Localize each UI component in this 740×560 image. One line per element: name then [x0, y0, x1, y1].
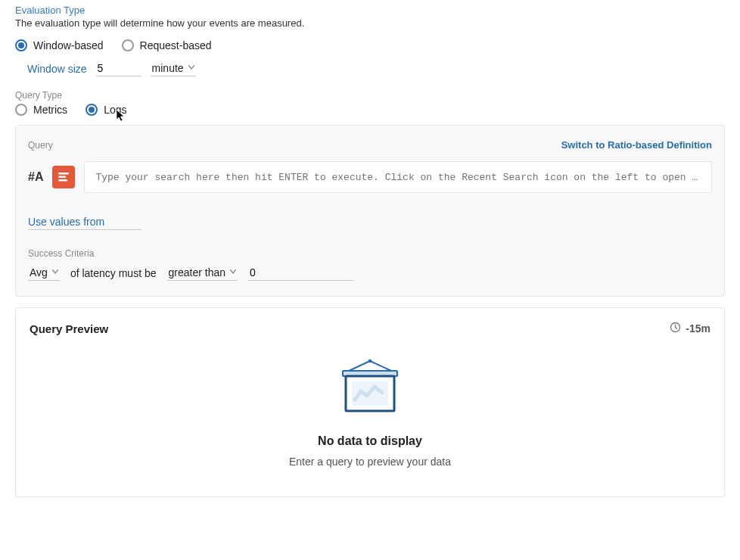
svg-rect-2	[58, 179, 67, 182]
time-range-selector[interactable]: -15m	[670, 322, 710, 335]
query-type-label: Query Type	[15, 90, 725, 101]
radio-label: Window-based	[33, 39, 104, 51]
svg-line-6	[370, 361, 391, 371]
recent-search-icon[interactable]	[52, 166, 75, 188]
evaluation-type-label: Evaluation Type	[15, 5, 725, 16]
chevron-down-icon	[188, 65, 194, 71]
query-preview-panel: Query Preview -15m No data to dis	[15, 307, 725, 497]
criteria-middle-text: of latency must be	[70, 267, 157, 281]
svg-line-5	[349, 361, 370, 371]
success-criteria-label: Success Criteria	[28, 248, 712, 259]
empty-state-subtitle: Enter a query to preview your data	[289, 456, 451, 468]
query-panel: Query Switch to Ratio-based Definition #…	[15, 125, 725, 297]
radio-logs[interactable]: Logs	[86, 104, 126, 116]
radio-icon	[15, 39, 27, 51]
use-values-from-select[interactable]: Use values from	[28, 214, 141, 230]
radio-icon	[122, 39, 134, 51]
radio-metrics[interactable]: Metrics	[15, 104, 67, 116]
query-section-label: Query	[28, 140, 53, 151]
window-unit-value: minute	[152, 62, 184, 74]
chevron-down-icon	[52, 269, 58, 275]
chevron-down-icon	[230, 269, 236, 275]
empty-chart-icon	[338, 358, 402, 418]
radio-icon	[86, 104, 98, 116]
switch-ratio-link[interactable]: Switch to Ratio-based Definition	[561, 139, 712, 151]
window-size-input[interactable]	[96, 61, 141, 76]
radio-label: Metrics	[33, 104, 67, 116]
radio-label: Logs	[104, 104, 126, 116]
window-unit-select[interactable]: minute	[151, 61, 196, 76]
radio-window-based[interactable]: Window-based	[15, 39, 104, 51]
query-preview-title: Query Preview	[30, 322, 108, 335]
evaluation-type-desc: The evaluation type will determine how y…	[15, 17, 725, 29]
aggregation-select[interactable]: Avg	[28, 265, 60, 281]
radio-icon	[15, 104, 27, 116]
comparator-value: greater than	[169, 266, 226, 278]
radio-request-based[interactable]: Request-based	[122, 39, 212, 51]
query-id-badge: #A	[28, 170, 43, 184]
window-size-label: Window size	[27, 63, 87, 76]
empty-state-title: No data to display	[318, 434, 422, 448]
svg-rect-1	[58, 176, 66, 179]
query-search-input[interactable]	[84, 161, 712, 193]
radio-label: Request-based	[140, 39, 212, 51]
aggregation-value: Avg	[30, 266, 48, 278]
clock-icon	[670, 322, 681, 335]
threshold-input[interactable]	[248, 265, 354, 281]
time-range-value: -15m	[686, 322, 710, 334]
comparator-select[interactable]: greater than	[167, 265, 238, 281]
svg-rect-0	[58, 173, 69, 175]
